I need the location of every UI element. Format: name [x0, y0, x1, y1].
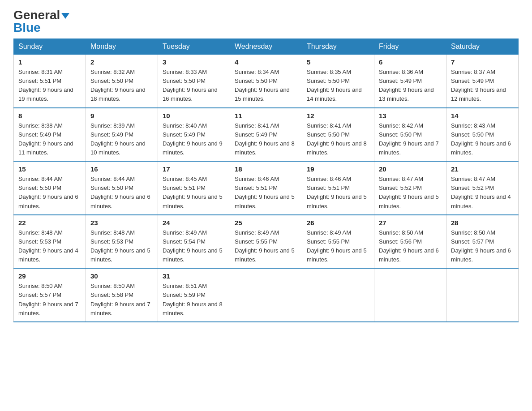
- weekday-header-monday: Monday: [86, 39, 158, 55]
- day-cell: 14 Sunrise: 8:43 AM Sunset: 5:50 PM Dayl…: [446, 108, 519, 162]
- day-number: 24: [163, 219, 225, 227]
- day-number: 11: [235, 112, 297, 120]
- day-cell: 29 Sunrise: 8:50 AM Sunset: 5:57 PM Dayl…: [14, 268, 86, 322]
- calendar-header: SundayMondayTuesdayWednesdayThursdayFrid…: [14, 39, 519, 55]
- day-number: 18: [235, 165, 297, 173]
- calendar-body: 1 Sunrise: 8:31 AM Sunset: 5:51 PM Dayli…: [14, 55, 519, 322]
- day-cell: 7 Sunrise: 8:37 AM Sunset: 5:49 PM Dayli…: [446, 55, 519, 108]
- day-number: 21: [451, 165, 514, 173]
- weekday-header-tuesday: Tuesday: [158, 39, 230, 55]
- day-number: 6: [379, 58, 442, 66]
- day-number: 8: [18, 112, 81, 120]
- day-info: Sunrise: 8:37 AM Sunset: 5:49 PM Dayligh…: [451, 68, 514, 104]
- day-cell: [446, 268, 519, 322]
- day-number: 20: [379, 165, 442, 173]
- weekday-header-friday: Friday: [374, 39, 446, 55]
- day-number: 4: [235, 58, 297, 66]
- calendar-table: SundayMondayTuesdayWednesdayThursdayFrid…: [13, 39, 519, 322]
- day-cell: 12 Sunrise: 8:41 AM Sunset: 5:50 PM Dayl…: [302, 108, 374, 162]
- weekday-header-thursday: Thursday: [302, 39, 374, 55]
- day-cell: 23 Sunrise: 8:48 AM Sunset: 5:53 PM Dayl…: [86, 215, 158, 269]
- day-number: 28: [451, 219, 514, 227]
- day-info: Sunrise: 8:45 AM Sunset: 5:51 PM Dayligh…: [163, 175, 225, 211]
- day-number: 10: [163, 112, 225, 120]
- day-cell: 25 Sunrise: 8:49 AM Sunset: 5:55 PM Dayl…: [230, 215, 302, 269]
- day-number: 25: [235, 219, 297, 227]
- day-number: 3: [163, 58, 225, 66]
- day-info: Sunrise: 8:49 AM Sunset: 5:55 PM Dayligh…: [307, 228, 369, 265]
- day-number: 14: [451, 112, 514, 120]
- day-info: Sunrise: 8:44 AM Sunset: 5:50 PM Dayligh…: [18, 175, 81, 211]
- day-cell: 27 Sunrise: 8:50 AM Sunset: 5:56 PM Dayl…: [374, 215, 446, 269]
- day-number: 29: [18, 272, 81, 280]
- weekday-header-row: SundayMondayTuesdayWednesdayThursdayFrid…: [14, 39, 519, 55]
- day-cell: 28 Sunrise: 8:50 AM Sunset: 5:57 PM Dayl…: [446, 215, 519, 269]
- logo-line1: General: [13, 9, 69, 21]
- day-info: Sunrise: 8:32 AM Sunset: 5:50 PM Dayligh…: [90, 68, 153, 104]
- day-number: 7: [451, 58, 514, 66]
- day-info: Sunrise: 8:44 AM Sunset: 5:50 PM Dayligh…: [90, 175, 153, 211]
- day-info: Sunrise: 8:46 AM Sunset: 5:51 PM Dayligh…: [235, 175, 297, 211]
- page-header: General Blue: [13, 9, 519, 34]
- day-cell: 18 Sunrise: 8:46 AM Sunset: 5:51 PM Dayl…: [230, 161, 302, 215]
- day-cell: 16 Sunrise: 8:44 AM Sunset: 5:50 PM Dayl…: [86, 161, 158, 215]
- day-number: 27: [379, 219, 442, 227]
- day-info: Sunrise: 8:51 AM Sunset: 5:59 PM Dayligh…: [163, 282, 225, 318]
- day-number: 13: [379, 112, 442, 120]
- day-cell: 10 Sunrise: 8:40 AM Sunset: 5:49 PM Dayl…: [158, 108, 230, 162]
- day-info: Sunrise: 8:42 AM Sunset: 5:50 PM Dayligh…: [379, 121, 442, 158]
- day-info: Sunrise: 8:50 AM Sunset: 5:57 PM Dayligh…: [451, 228, 514, 265]
- weekday-header-sunday: Sunday: [14, 39, 86, 55]
- logo-triangle-icon: [61, 13, 69, 19]
- week-row-2: 8 Sunrise: 8:38 AM Sunset: 5:49 PM Dayli…: [14, 108, 519, 162]
- day-info: Sunrise: 8:40 AM Sunset: 5:49 PM Dayligh…: [163, 121, 225, 158]
- day-number: 26: [307, 219, 369, 227]
- day-cell: 19 Sunrise: 8:46 AM Sunset: 5:51 PM Dayl…: [302, 161, 374, 215]
- week-row-3: 15 Sunrise: 8:44 AM Sunset: 5:50 PM Dayl…: [14, 161, 519, 215]
- day-cell: 15 Sunrise: 8:44 AM Sunset: 5:50 PM Dayl…: [14, 161, 86, 215]
- day-info: Sunrise: 8:46 AM Sunset: 5:51 PM Dayligh…: [307, 175, 369, 211]
- day-number: 31: [163, 272, 225, 280]
- day-number: 15: [18, 165, 81, 173]
- day-number: 30: [90, 272, 153, 280]
- day-cell: 22 Sunrise: 8:48 AM Sunset: 5:53 PM Dayl…: [14, 215, 86, 269]
- day-cell: 4 Sunrise: 8:34 AM Sunset: 5:50 PM Dayli…: [230, 55, 302, 108]
- day-info: Sunrise: 8:48 AM Sunset: 5:53 PM Dayligh…: [18, 228, 81, 265]
- day-cell: 26 Sunrise: 8:49 AM Sunset: 5:55 PM Dayl…: [302, 215, 374, 269]
- week-row-1: 1 Sunrise: 8:31 AM Sunset: 5:51 PM Dayli…: [14, 55, 519, 108]
- day-cell: 11 Sunrise: 8:41 AM Sunset: 5:49 PM Dayl…: [230, 108, 302, 162]
- day-number: 22: [18, 219, 81, 227]
- day-number: 5: [307, 58, 369, 66]
- day-info: Sunrise: 8:35 AM Sunset: 5:50 PM Dayligh…: [307, 68, 369, 104]
- day-info: Sunrise: 8:33 AM Sunset: 5:50 PM Dayligh…: [163, 68, 225, 104]
- day-number: 12: [307, 112, 369, 120]
- day-number: 19: [307, 165, 369, 173]
- day-cell: [230, 268, 302, 322]
- logo-line2: Blue: [13, 21, 41, 34]
- day-info: Sunrise: 8:38 AM Sunset: 5:49 PM Dayligh…: [18, 121, 81, 158]
- day-cell: 2 Sunrise: 8:32 AM Sunset: 5:50 PM Dayli…: [86, 55, 158, 108]
- day-cell: 13 Sunrise: 8:42 AM Sunset: 5:50 PM Dayl…: [374, 108, 446, 162]
- day-cell: 9 Sunrise: 8:39 AM Sunset: 5:49 PM Dayli…: [86, 108, 158, 162]
- day-info: Sunrise: 8:50 AM Sunset: 5:58 PM Dayligh…: [90, 282, 153, 318]
- day-number: 16: [90, 165, 153, 173]
- day-info: Sunrise: 8:31 AM Sunset: 5:51 PM Dayligh…: [18, 68, 81, 104]
- day-cell: 30 Sunrise: 8:50 AM Sunset: 5:58 PM Dayl…: [86, 268, 158, 322]
- day-number: 17: [163, 165, 225, 173]
- day-cell: [302, 268, 374, 322]
- day-cell: 5 Sunrise: 8:35 AM Sunset: 5:50 PM Dayli…: [302, 55, 374, 108]
- week-row-5: 29 Sunrise: 8:50 AM Sunset: 5:57 PM Dayl…: [14, 268, 519, 322]
- day-info: Sunrise: 8:47 AM Sunset: 5:52 PM Dayligh…: [379, 175, 442, 211]
- day-number: 2: [90, 58, 153, 66]
- day-cell: 20 Sunrise: 8:47 AM Sunset: 5:52 PM Dayl…: [374, 161, 446, 215]
- day-cell: 24 Sunrise: 8:49 AM Sunset: 5:54 PM Dayl…: [158, 215, 230, 269]
- day-info: Sunrise: 8:41 AM Sunset: 5:49 PM Dayligh…: [235, 121, 297, 158]
- day-cell: 17 Sunrise: 8:45 AM Sunset: 5:51 PM Dayl…: [158, 161, 230, 215]
- day-info: Sunrise: 8:43 AM Sunset: 5:50 PM Dayligh…: [451, 121, 514, 158]
- day-info: Sunrise: 8:50 AM Sunset: 5:56 PM Dayligh…: [379, 228, 442, 265]
- day-info: Sunrise: 8:47 AM Sunset: 5:52 PM Dayligh…: [451, 175, 514, 211]
- day-cell: [374, 268, 446, 322]
- day-info: Sunrise: 8:48 AM Sunset: 5:53 PM Dayligh…: [90, 228, 153, 265]
- day-cell: 1 Sunrise: 8:31 AM Sunset: 5:51 PM Dayli…: [14, 55, 86, 108]
- day-cell: 3 Sunrise: 8:33 AM Sunset: 5:50 PM Dayli…: [158, 55, 230, 108]
